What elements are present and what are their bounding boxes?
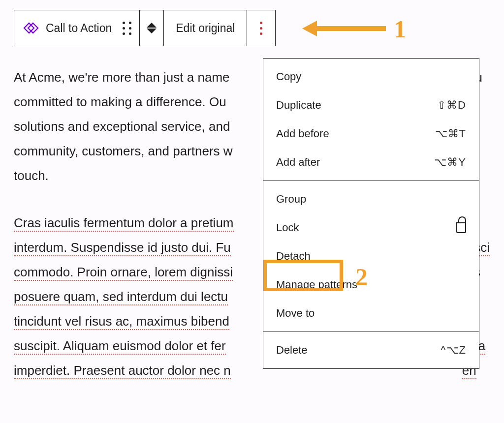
pattern-icon — [23, 20, 39, 36]
menu-label: Delete — [276, 344, 308, 357]
menu-item-duplicate[interactable]: Duplicate ⇧⌘D — [263, 91, 479, 120]
annotation-arrow-1 — [302, 21, 386, 36]
shortcut-label: ⌥⌘T — [435, 127, 466, 140]
menu-item-group[interactable]: Group — [263, 185, 479, 213]
menu-item-add-after[interactable]: Add after ⌥⌘Y — [263, 148, 479, 177]
menu-label: Add before — [276, 127, 329, 140]
menu-label: Group — [276, 193, 306, 206]
menu-item-move-to[interactable]: Move to — [263, 299, 479, 328]
shortcut-label: ⌥⌘Y — [434, 156, 466, 169]
menu-item-copy[interactable]: Copy — [263, 62, 479, 91]
annotation-highlight-2 — [263, 260, 343, 291]
shortcut-label: ^⌥Z — [441, 344, 466, 357]
chevron-down-icon[interactable] — [147, 29, 157, 33]
menu-group-delete: Delete ^⌥Z — [263, 332, 479, 368]
kebab-dot — [260, 22, 262, 24]
block-type-button[interactable]: Call to Action — [14, 10, 139, 46]
editor-canvas: Call to Action Edit original 1 At Acme, … — [0, 0, 504, 423]
annotation-number-1: 1 — [394, 15, 406, 43]
kebab-dot — [260, 27, 262, 30]
block-toolbar: Call to Action Edit original — [14, 10, 276, 46]
menu-group-structure: Group Lock Detach Manage patterns Move t… — [263, 181, 479, 332]
lock-icon — [456, 222, 466, 233]
block-label: Call to Action — [46, 22, 112, 35]
menu-item-delete[interactable]: Delete ^⌥Z — [263, 336, 479, 364]
block-options-menu: Copy Duplicate ⇧⌘D Add before ⌥⌘T Add af… — [263, 58, 479, 369]
menu-label: Add after — [276, 156, 320, 169]
menu-label: Duplicate — [276, 99, 321, 112]
more-options-button[interactable] — [247, 10, 275, 46]
drag-handle-icon[interactable] — [123, 22, 131, 35]
menu-label: Copy — [276, 70, 301, 83]
edit-original-label: Edit original — [176, 22, 235, 35]
menu-group-edit: Copy Duplicate ⇧⌘D Add before ⌥⌘T Add af… — [263, 59, 479, 181]
edit-original-button[interactable]: Edit original — [163, 10, 247, 46]
arrow-head-icon — [302, 21, 317, 36]
shortcut-label: ⇧⌘D — [437, 99, 466, 112]
move-up-down[interactable] — [139, 10, 163, 46]
menu-item-add-before[interactable]: Add before ⌥⌘T — [263, 120, 479, 148]
kebab-dot — [260, 32, 262, 35]
chevron-up-icon[interactable] — [147, 23, 157, 28]
menu-item-lock[interactable]: Lock — [263, 213, 479, 242]
menu-label: Lock — [276, 221, 299, 234]
arrow-shaft — [317, 26, 386, 31]
annotation-number-2: 2 — [355, 263, 368, 291]
menu-label: Move to — [276, 307, 315, 320]
